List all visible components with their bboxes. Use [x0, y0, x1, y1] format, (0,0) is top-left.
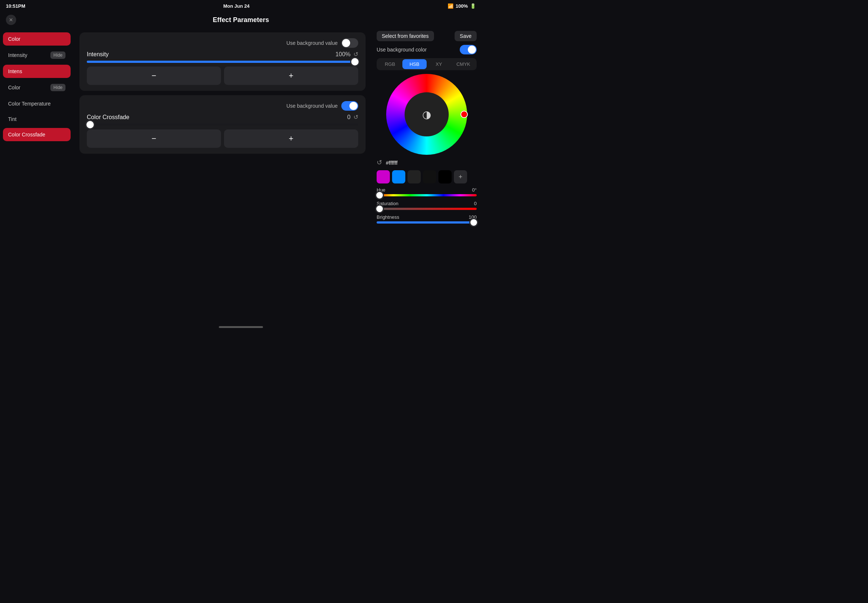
hue-slider-track[interactable] — [377, 194, 477, 196]
color-wheel[interactable]: ◑ — [386, 74, 467, 155]
crossfade-bg-toggle[interactable] — [341, 101, 358, 111]
color-mode-tabs: RGB HSB XY CMYK — [377, 58, 477, 70]
plus-icon: + — [289, 71, 294, 80]
swatches-row: + — [377, 170, 477, 184]
hex-reset-icon[interactable]: ↺ — [377, 158, 382, 167]
crossfade-slider[interactable] — [87, 124, 358, 126]
intensity-label-row: Intensity 100% ↺ — [87, 51, 358, 58]
sidebar-item-label: Intens — [8, 68, 22, 74]
header: ✕ Effect Parameters — [0, 12, 482, 28]
intensity-plus-button[interactable]: + — [224, 66, 358, 85]
battery-percent: 100% — [456, 3, 468, 9]
right-top-row: Select from favorites Save — [377, 31, 477, 41]
swatch-magenta[interactable] — [377, 170, 390, 184]
hue-label-row: Hue 0° — [377, 187, 477, 193]
swatch-dark2[interactable] — [423, 170, 436, 184]
status-right: 📶 100% 🔋 — [448, 3, 476, 9]
crossfade-plus-button[interactable]: + — [224, 130, 358, 148]
bg-color-toggle[interactable] — [460, 45, 477, 54]
crossfade-bg-label: Use background value — [286, 103, 337, 109]
brightness-label-row: Brightness 100 — [377, 214, 477, 220]
intensity-top-row: Use background value — [87, 38, 358, 48]
hsb-sliders: Hue 0° Saturation 0 Br — [377, 187, 477, 224]
saturation-value: 0 — [474, 201, 477, 206]
crossfade-reset-icon[interactable]: ↺ — [353, 114, 358, 121]
crossfade-label-row: Color Crossfade 0 ↺ — [87, 114, 358, 121]
bg-color-toggle-knob — [468, 46, 476, 54]
swatch-blue[interactable] — [392, 170, 405, 184]
swatch-black[interactable] — [438, 170, 452, 184]
hex-row: ↺ #ffffff — [377, 158, 477, 167]
select-favorites-button[interactable]: Select from favorites — [377, 31, 434, 41]
tab-hsb[interactable]: HSB — [402, 59, 427, 69]
crossfade-minus-button[interactable]: − — [87, 130, 221, 148]
crossfade-slider-thumb[interactable] — [85, 120, 95, 130]
crossfade-control-buttons: − + — [87, 130, 358, 148]
bg-color-row: Use background color — [377, 45, 477, 54]
swatch-add-button[interactable]: + — [454, 170, 467, 184]
bg-color-label: Use background color — [377, 47, 427, 53]
brightness-slider-thumb[interactable] — [469, 218, 478, 227]
status-time: 10:51PM — [6, 3, 25, 9]
crossfade-param-value: 0 ↺ — [347, 114, 358, 121]
brightness-slider-track[interactable] — [377, 221, 477, 224]
color-wheel-container[interactable]: ◑ — [377, 74, 477, 155]
intensity-minus-button[interactable]: − — [87, 66, 221, 85]
tab-rgb[interactable]: RGB — [378, 59, 402, 69]
battery-icon: 🔋 — [470, 3, 476, 9]
sidebar-item-intens[interactable]: Intens — [3, 65, 71, 78]
intensity-bg-toggle[interactable] — [341, 38, 358, 48]
saturation-row: Saturation 0 — [377, 201, 477, 210]
intensity-bg-toggle-knob — [342, 39, 350, 47]
crossfade-bg-toggle-knob — [350, 102, 357, 110]
hide-badge-color[interactable]: Hide — [50, 84, 65, 91]
sidebar-item-label: Color Temperature — [8, 101, 51, 107]
hue-slider-thumb[interactable] — [375, 191, 384, 199]
close-button[interactable]: ✕ — [6, 15, 16, 25]
sidebar-item-label: Color — [8, 36, 20, 42]
intensity-slider-track — [87, 61, 358, 63]
hue-value: 0° — [472, 187, 477, 193]
home-bar — [219, 326, 263, 328]
sidebar: Color Intensity Hide Intens Color Hide C… — [0, 28, 74, 331]
intensity-block: Use background value Intensity 100% ↺ — [79, 32, 365, 91]
save-button[interactable]: Save — [455, 31, 477, 41]
plus-icon: + — [289, 134, 294, 144]
hide-badge-intensity[interactable]: Hide — [50, 51, 65, 59]
intensity-slider-thumb[interactable] — [350, 57, 360, 66]
right-panel: Select from favorites Save Use backgroun… — [371, 28, 482, 331]
status-bar: 10:51PM Mon Jun 24 📶 100% 🔋 — [0, 0, 482, 12]
sidebar-item-color-crossfade[interactable]: Color Crossfade — [3, 128, 71, 141]
intensity-control-buttons: − + — [87, 66, 358, 85]
sidebar-item-color-temperature[interactable]: Color Temperature — [3, 97, 71, 110]
color-wheel-inner: ◑ — [405, 92, 449, 136]
brightness-icon: ◑ — [422, 108, 431, 121]
sidebar-item-color[interactable]: Color — [3, 32, 71, 46]
sidebar-item-color2[interactable]: Color Hide — [3, 80, 71, 95]
intensity-bg-label: Use background value — [286, 40, 337, 46]
brightness-label: Brightness — [377, 214, 399, 220]
tab-xy[interactable]: XY — [427, 59, 451, 69]
saturation-slider-track[interactable] — [377, 208, 477, 210]
swatch-dark1[interactable] — [407, 170, 421, 184]
saturation-slider-thumb[interactable] — [375, 204, 384, 213]
crossfade-block: Use background value Color Crossfade 0 ↺ — [79, 95, 365, 154]
intensity-slider-fill — [87, 61, 358, 63]
tab-cmyk[interactable]: CMYK — [451, 59, 476, 69]
crossfade-param-name: Color Crossfade — [87, 114, 130, 121]
hue-row: Hue 0° — [377, 187, 477, 196]
sidebar-item-label: Color — [8, 85, 20, 90]
brightness-row: Brightness 100 — [377, 214, 477, 224]
color-wheel-dot[interactable] — [461, 111, 468, 118]
crossfade-value: 0 — [347, 114, 351, 121]
brightness-slider-fill — [377, 221, 477, 224]
intensity-slider[interactable] — [87, 61, 358, 63]
sidebar-item-tint[interactable]: Tint — [3, 113, 71, 126]
crossfade-top-row: Use background value — [87, 101, 358, 111]
wifi-icon: 📶 — [448, 3, 453, 9]
intensity-param-name: Intensity — [87, 51, 109, 58]
hex-value: #ffffff — [386, 159, 398, 166]
sidebar-item-intensity[interactable]: Intensity Hide — [3, 48, 71, 62]
sidebar-item-label: Tint — [8, 116, 17, 122]
main-layout: Color Intensity Hide Intens Color Hide C… — [0, 28, 482, 331]
